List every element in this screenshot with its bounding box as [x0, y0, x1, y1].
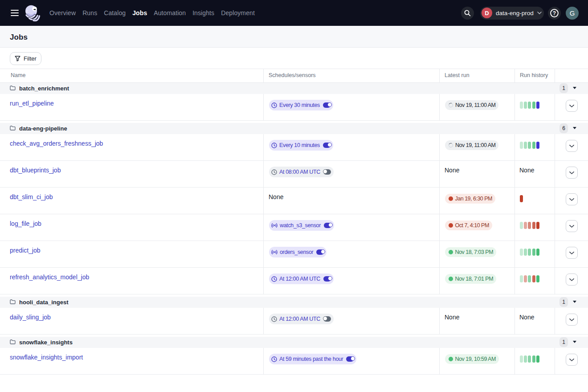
- svg-text:?: ?: [553, 10, 556, 16]
